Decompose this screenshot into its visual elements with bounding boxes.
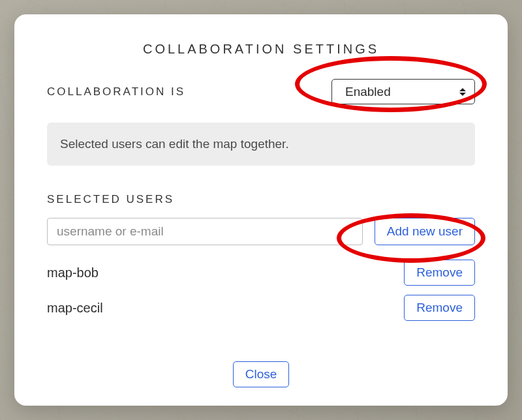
remove-user-button[interactable]: Remove (404, 295, 475, 321)
user-row: map-cecil Remove (47, 295, 475, 321)
collaboration-settings-modal: COLLABORATION SETTINGS COLLABORATION IS … (14, 14, 508, 406)
modal-title: COLLABORATION SETTINGS (47, 42, 475, 57)
modal-footer: Close (47, 353, 475, 387)
username-input[interactable] (47, 218, 363, 245)
collaboration-select-wrap: Enabled (331, 79, 475, 104)
collaboration-label: COLLABORATION IS (47, 85, 185, 98)
selected-users-label: SELECTED USERS (47, 193, 475, 206)
close-button[interactable]: Close (233, 361, 290, 387)
user-name: map-bob (47, 265, 99, 280)
user-name: map-cecil (47, 301, 103, 316)
add-user-button[interactable]: Add new user (375, 218, 475, 245)
user-row: map-bob Remove (47, 260, 475, 286)
collaboration-toggle-row: COLLABORATION IS Enabled (47, 79, 475, 104)
collaboration-select[interactable]: Enabled (331, 79, 475, 104)
info-banner: Selected users can edit the map together… (47, 123, 475, 166)
remove-user-button[interactable]: Remove (404, 260, 475, 286)
add-user-row: Add new user (47, 218, 475, 245)
